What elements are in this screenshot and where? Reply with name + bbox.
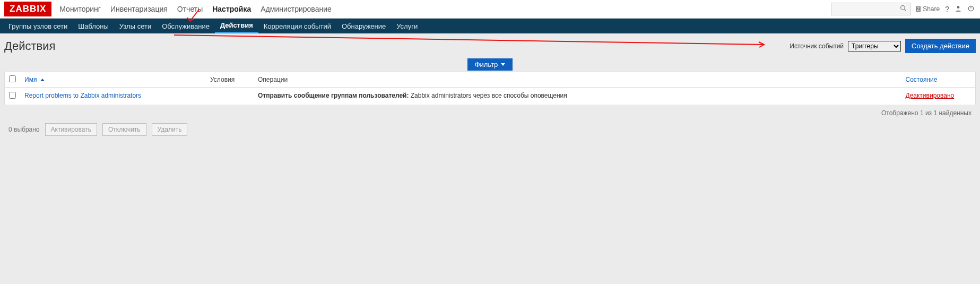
topnav-configuration[interactable]: Настройка <box>212 5 251 13</box>
filter-label: Фильтр <box>475 61 498 68</box>
header-conditions: Условия <box>206 72 254 88</box>
heading-right: Источник событий Триггеры Создать действ… <box>790 39 976 53</box>
page-title: Действия <box>4 39 55 53</box>
result-summary: Отображено 1 из 1 найденных <box>4 105 976 121</box>
subnav-hosts[interactable]: Узлы сети <box>114 19 157 33</box>
create-action-button[interactable]: Создать действие <box>905 39 976 53</box>
header-checkbox[interactable] <box>5 72 21 88</box>
header-state[interactable]: Состояние <box>901 72 976 88</box>
topnav-monitoring[interactable]: Мониторинг <box>59 5 101 13</box>
power-icon[interactable] <box>967 5 975 14</box>
bulk-activate-button[interactable]: Активировать <box>45 123 97 136</box>
selected-count: 0 выбрано <box>8 126 40 133</box>
sub-nav: Группы узлов сети Шаблоны Узлы сети Обсл… <box>0 19 980 33</box>
op-rest: Zabbix administrators через все способы … <box>409 92 567 99</box>
help-icon[interactable]: ? <box>945 5 949 13</box>
subnav-actions[interactable]: Действия <box>215 19 258 33</box>
subnav-templates[interactable]: Шаблоны <box>73 19 114 33</box>
logo: ZABBIX <box>4 2 51 16</box>
share-badge-icon: Z <box>916 6 921 12</box>
table-row: Report problems to Zabbix administrators… <box>5 88 976 105</box>
topnav-reports[interactable]: Отчеты <box>177 5 203 13</box>
user-icon[interactable] <box>955 5 962 14</box>
bulk-delete-button[interactable]: Удалить <box>152 123 188 136</box>
svg-point-2 <box>957 6 960 8</box>
subnav-correlation[interactable]: Корреляция событий <box>258 19 336 33</box>
chevron-down-icon <box>501 63 505 66</box>
action-name-link[interactable]: Report problems to Zabbix administrators <box>24 92 141 99</box>
top-right: Z Share ? <box>831 3 975 15</box>
source-select[interactable]: Триггеры <box>848 41 901 51</box>
status-toggle[interactable]: Деактивировано <box>906 92 955 99</box>
filter-toggle-button[interactable]: Фильтр <box>467 58 513 71</box>
share-link[interactable]: Z Share <box>916 5 940 13</box>
row-operations: Отправить сообщение группам пользователе… <box>254 88 901 105</box>
top-bar: ZABBIX Мониторинг Инвентаризация Отчеты … <box>0 0 980 19</box>
source-label: Источник событий <box>790 42 844 50</box>
svg-point-0 <box>900 6 905 10</box>
bulk-deactivate-button[interactable]: Отключить <box>102 123 146 136</box>
heading-row: Действия Источник событий Триггеры Созда… <box>4 39 976 53</box>
subnav-services[interactable]: Услуги <box>391 19 423 33</box>
actions-table: Имя Условия Операции Состояние Report pr… <box>4 72 976 105</box>
sort-asc-icon <box>40 79 45 81</box>
subnav-hostgroups[interactable]: Группы узлов сети <box>3 19 73 33</box>
topnav-inventory[interactable]: Инвентаризация <box>110 5 168 13</box>
header-name-label: Имя <box>24 76 37 83</box>
subnav-maintenance[interactable]: Обслуживание <box>157 19 215 33</box>
share-label: Share <box>923 5 940 13</box>
search-icon <box>900 5 907 13</box>
header-name[interactable]: Имя <box>20 72 206 88</box>
filter-row: Фильтр <box>4 58 976 71</box>
header-operations: Операции <box>254 72 901 88</box>
subnav-discovery[interactable]: Обнаружение <box>336 19 391 33</box>
row-conditions <box>206 88 254 105</box>
op-prefix: Отправить сообщение группам пользователе… <box>258 92 409 99</box>
row-checkbox[interactable] <box>9 92 16 99</box>
top-nav: Мониторинг Инвентаризация Отчеты Настрой… <box>59 5 331 13</box>
search-input[interactable] <box>831 3 910 15</box>
topnav-administration[interactable]: Администрирование <box>261 5 332 13</box>
svg-line-1 <box>904 9 906 11</box>
select-all-checkbox[interactable] <box>9 75 16 82</box>
content: Действия Источник событий Триггеры Созда… <box>0 33 980 143</box>
bulk-actions: 0 выбрано Активировать Отключить Удалить <box>4 121 976 138</box>
